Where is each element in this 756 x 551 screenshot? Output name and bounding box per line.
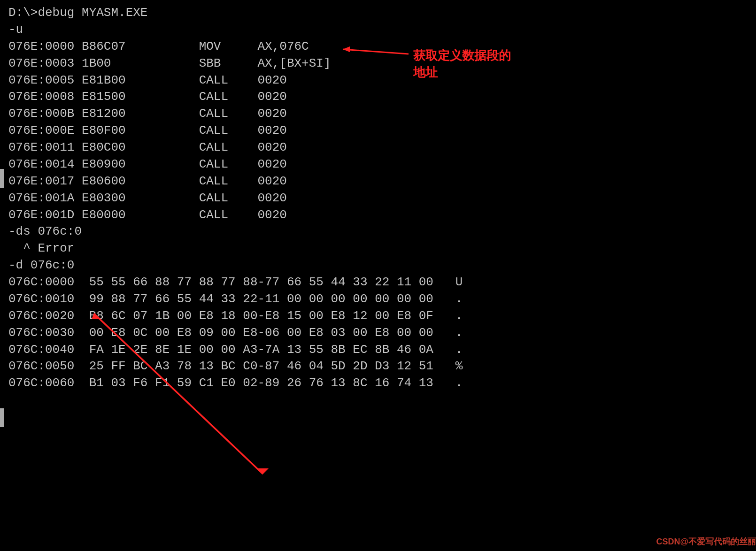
- terminal-line-12: 076E:001D E80000 CALL 0020: [8, 207, 748, 224]
- terminal-line-6: 076E:000B E81200 CALL 0020: [8, 106, 748, 122]
- terminal-line-5: 076E:0008 E81500 CALL 0020: [8, 89, 748, 106]
- terminal-line-3: 076E:0003 1B00 SBB AX,[BX+SI]: [8, 55, 748, 72]
- terminal-line-20: 076C:0040 FA 1E 2E 8E 1E 00 00 A3-7A 13 …: [8, 342, 748, 359]
- terminal-line-7: 076E:000E E80F00 CALL 0020: [8, 122, 748, 139]
- terminal-line-13: -ds 076c:0: [8, 223, 748, 240]
- terminal-line-10: 076E:0017 E80600 CALL 0020: [8, 173, 748, 190]
- terminal-line-19: 076C:0030 00 E8 0C 00 E8 09 00 E8-06 00 …: [8, 325, 748, 342]
- terminal-line-15: -d 076c:0: [8, 257, 748, 274]
- terminal-line-9: 076E:0014 E80900 CALL 0020: [8, 156, 748, 173]
- terminal-line-21: 076C:0050 25 FF BC A3 78 13 BC C0-87 46 …: [8, 358, 748, 375]
- terminal-line-22: 076C:0060 B1 03 F6 F1 59 C1 E0 02-89 26 …: [8, 375, 748, 392]
- terminal-line-17: 076C:0010 99 88 77 66 55 44 33 22-11 00 …: [8, 291, 748, 308]
- terminal-line-16: 076C:0000 55 55 66 88 77 88 77 88-77 66 …: [8, 274, 748, 291]
- terminal-line-8: 076E:0011 E80C00 CALL 0020: [8, 139, 748, 156]
- terminal-line-11: 076E:001A E80300 CALL 0020: [8, 190, 748, 207]
- watermark: CSDN@不爱写代码的丝丽: [656, 536, 756, 547]
- left-indicator-2: [0, 408, 4, 427]
- terminal-line-1: -u: [8, 22, 748, 38]
- terminal-line-14: ^ Error: [8, 240, 748, 257]
- terminal-line-4: 076E:0005 E81B00 CALL 0020: [8, 72, 748, 89]
- terminal-window: D:\>debug MYASM.EXE-u076E:0000 B86C07 MO…: [0, 0, 756, 551]
- terminal-line-18: 076C:0020 B8 6C 07 1B 00 E8 18 00-E8 15 …: [8, 308, 748, 325]
- left-indicator-1: [0, 169, 4, 188]
- terminal-line-2: 076E:0000 B86C07 MOV AX,076C: [8, 38, 748, 55]
- terminal-line-0: D:\>debug MYASM.EXE: [8, 5, 748, 22]
